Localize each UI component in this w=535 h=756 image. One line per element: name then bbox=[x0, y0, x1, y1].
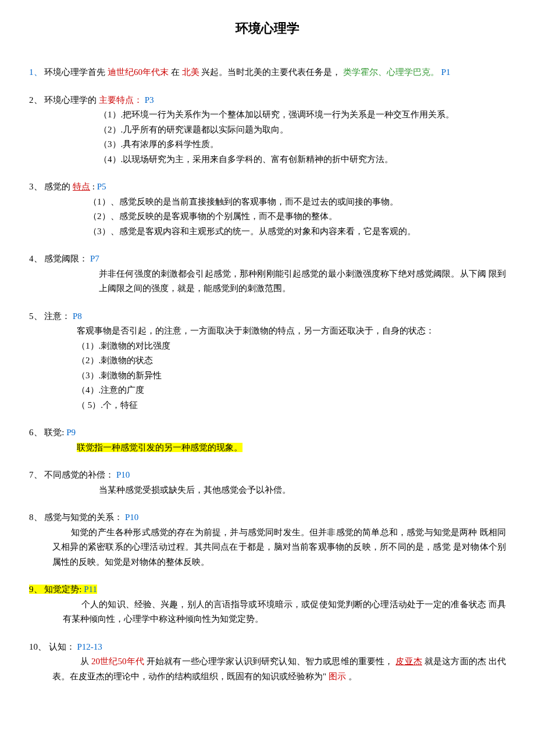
s10-red3: 图示 bbox=[329, 672, 346, 681]
s8-pref: P10 bbox=[125, 513, 138, 522]
section-10: 10、 认知： P12-13 从 20世纪50年代 开始就有一些心理学家认识到研… bbox=[29, 640, 506, 685]
s3-item-2: （2）、感觉反映的是客观事物的个别属性，而不是事物的整体。 bbox=[29, 209, 506, 224]
s10-head: 10、 认知： P12-13 bbox=[29, 640, 506, 655]
section-8: 8、 感觉与知觉的关系： P10 知觉的产生各种形式感觉的存在为前提，并与感觉同… bbox=[29, 510, 506, 569]
s10-red2: 皮亚杰 bbox=[395, 657, 422, 666]
s3-t1: 感觉的 bbox=[44, 182, 70, 191]
s3-red: 特点 bbox=[73, 182, 90, 191]
s2-item-1: （1）.把环境一行为关系作为一个整体加以研究，强调环境一行为关系是一种交互作用关… bbox=[29, 108, 506, 123]
s7-t1: 不同感觉的补偿： bbox=[44, 470, 116, 479]
section-5: 5、 注意： P8 客观事物是否引起，的注意，一方面取决于刺激物的特点，另一方面… bbox=[29, 309, 506, 413]
s6-pref: P9 bbox=[66, 428, 76, 437]
s5-lead: 客观事物是否引起，的注意，一方面取决于刺激物的特点，另一方面还取决于，自身的状态… bbox=[29, 324, 506, 339]
s5-item-5: （ 5）.个，特征 bbox=[29, 398, 506, 413]
section-2: 2、 环境心理学的 主要特点： P3 （1）.把环境一行为关系作为一个整体加以研… bbox=[29, 93, 506, 167]
s5-item-2: （2）.刺激物的状态 bbox=[29, 353, 506, 368]
num-5: 5、 bbox=[29, 311, 42, 321]
s9-body: 个人的知识、经验、兴趣，别人的言语指导或环境暗示，或促使知觉判断的心理活动处于一… bbox=[29, 597, 506, 627]
s10-pref: P12-13 bbox=[77, 642, 102, 651]
s2-pref: P3 bbox=[145, 95, 154, 105]
s7-body: 当某种感觉受损或缺失后，其他感觉会予以补偿。 bbox=[29, 483, 506, 498]
s10-body: 从 20世纪50年代 开始就有一些心理学家认识到研究认知、智力或思维的重要性， … bbox=[29, 654, 506, 684]
s2-item-4: （4）.以现场研究为主，采用来自多学科的、富有创新精神的折中研究方法。 bbox=[29, 152, 506, 167]
s5-item-1: （1）.刺激物的对比强度 bbox=[29, 339, 506, 354]
s8-body: 知觉的产生各种形式感觉的存在为前提，并与感觉同时发生。但并非感觉的简单总和，感觉… bbox=[29, 525, 506, 570]
section-4: 4、 感觉阈限： P7 并非任何强度的刺激都会引起感觉，那种刚刚能引起感觉的最小… bbox=[29, 252, 506, 296]
num-9: 9、 bbox=[29, 585, 42, 594]
s10-b4: 。 bbox=[348, 672, 357, 681]
s1-red2: 北美 bbox=[182, 67, 199, 77]
s6-hl: 联觉指一种感觉引发的另一种感觉的现象。 bbox=[77, 443, 242, 452]
s2-red: 主要特点： bbox=[99, 95, 142, 105]
s9-hl-head: 9、 知觉定势: P11 bbox=[29, 585, 97, 594]
s2-item-2: （2）.几乎所有的研究课题都以实际问题为取向。 bbox=[29, 123, 506, 138]
s6-head: 6、 联觉: P9 bbox=[29, 425, 506, 440]
s5-pref: P8 bbox=[73, 311, 82, 321]
s2-t1: 环境心理学的 bbox=[44, 95, 97, 105]
page-title: 环境心理学 bbox=[29, 17, 506, 39]
s5-t1: 注意： bbox=[44, 311, 73, 321]
s6-hl-wrap: 联觉指一种感觉引发的另一种感觉的现象。 bbox=[29, 440, 506, 456]
s4-t1: 感觉阈限： bbox=[44, 254, 90, 263]
num-10: 10、 bbox=[29, 642, 47, 651]
num-8: 8、 bbox=[29, 513, 42, 522]
s10-t1: 认知： bbox=[49, 642, 77, 651]
s8-head: 8、 感觉与知觉的关系： P10 bbox=[29, 510, 506, 525]
num-2: 2、 bbox=[29, 95, 42, 105]
s3-item-1: （1）、感觉反映的是当前直接接触到的客观事物，而不是过去的或间接的事物。 bbox=[29, 195, 506, 210]
s9-t1: 知觉定势: bbox=[44, 585, 81, 594]
s10-b2: 开始就有一些心理学家认识到研究认知、智力或思维的重要性， bbox=[147, 657, 394, 666]
section-1: 1、 环境心理学首先 迪世纪60年代末 在 北美 兴起。当时北美的主要代表任务是… bbox=[29, 65, 506, 80]
s7-head: 7、 不同感觉的补偿： P10 bbox=[29, 468, 506, 483]
section-6: 6、 联觉: P9 联觉指一种感觉引发的另一种感觉的现象。 bbox=[29, 425, 506, 455]
section-3: 3、 感觉的 特点 : P5 （1）、感觉反映的是当前直接接触到的客观事物，而不… bbox=[29, 180, 506, 239]
s10-red1: 20世纪50年代 bbox=[91, 657, 144, 666]
s9-head: 9、 知觉定势: P11 bbox=[29, 582, 506, 597]
s4-pref: P7 bbox=[90, 254, 99, 263]
s4-body: 并非任何强度的刺激都会引起感觉，那种刚刚能引起感觉的最小刺激强度称下绝对感觉阈限… bbox=[29, 267, 506, 296]
s1-t1: 环境心理学首先 bbox=[44, 67, 105, 77]
s1-t3: 兴起。当时北美的主要代表任务是， bbox=[201, 67, 341, 77]
s9-pref: P11 bbox=[84, 585, 97, 594]
s3-pref: P5 bbox=[97, 182, 106, 191]
num-4: 4、 bbox=[29, 254, 42, 263]
s6-t1: 联觉: bbox=[44, 428, 64, 437]
s1-red1: 迪世纪60年代末 bbox=[108, 67, 169, 77]
num-1: 1、 bbox=[29, 67, 42, 77]
s5-item-3: （3）.刺激物的新异性 bbox=[29, 368, 506, 384]
section-9: 9、 知觉定势: P11 个人的知识、经验、兴趣，别人的言语指导或环境暗示，或促… bbox=[29, 582, 506, 627]
s3-t2: : bbox=[92, 182, 95, 191]
num-3: 3、 bbox=[29, 182, 42, 191]
s1-t2: 在 bbox=[171, 67, 180, 77]
s10-b1: 从 bbox=[80, 657, 89, 666]
s5-item-4: （4）.注意的广度 bbox=[29, 383, 506, 398]
num-7: 7、 bbox=[29, 470, 42, 479]
s8-t1: 感觉与知觉的关系： bbox=[44, 513, 125, 522]
s1-green: 类学霍尔、心理学巴克。 bbox=[343, 67, 439, 77]
s5-head: 5、 注意： P8 bbox=[29, 309, 506, 324]
s1-pref: P1 bbox=[441, 67, 451, 77]
s2-item-3: （3）.具有浓厚的多科学性质。 bbox=[29, 137, 506, 152]
s2-head: 2、 环境心理学的 主要特点： P3 bbox=[29, 93, 506, 108]
s3-head: 3、 感觉的 特点 : P5 bbox=[29, 180, 506, 195]
s3-item-3: （3）、感觉是客观内容和主观形式的统一。从感觉的对象和内容来看，它是客观的。 bbox=[29, 224, 506, 239]
section-7: 7、 不同感觉的补偿： P10 当某种感觉受损或缺失后，其他感觉会予以补偿。 bbox=[29, 468, 506, 497]
num-6: 6、 bbox=[29, 428, 42, 437]
s4-head: 4、 感觉阈限： P7 bbox=[29, 252, 506, 267]
s7-pref: P10 bbox=[116, 470, 130, 479]
